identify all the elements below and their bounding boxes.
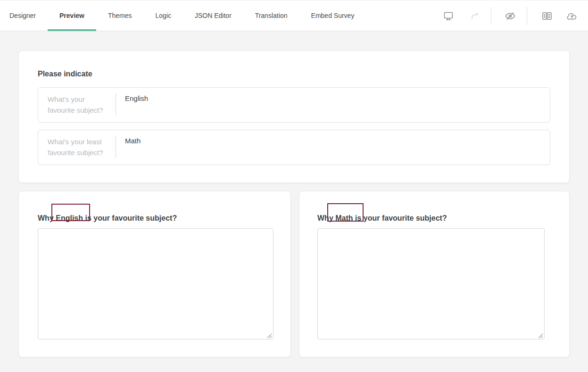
panel-why-math: Why Math is your favourite subject?: [299, 191, 570, 357]
panel-why-english: Why English is your favourite subject?: [18, 191, 291, 357]
hide-invisible-elements-icon[interactable]: [505, 10, 516, 22]
resize-grip-icon[interactable]: [266, 332, 272, 338]
tab-json-editor[interactable]: JSON Editor: [183, 0, 243, 31]
question-label: What's your least favourite subject?: [38, 130, 116, 165]
panel-please-indicate: Please indicate What's your favourite su…: [18, 50, 570, 183]
question-title: Why Math is your favourite subject?: [317, 210, 551, 223]
tab-translation[interactable]: Translation: [243, 0, 299, 31]
question-title: Why English is your favourite subject?: [38, 210, 272, 223]
preview-toolbar: [443, 0, 578, 32]
question-label: What's your favourite subject?: [38, 88, 116, 122]
resize-grip-icon[interactable]: [538, 332, 543, 338]
device-preview-icon[interactable]: [443, 10, 454, 22]
upload-icon[interactable]: [566, 10, 578, 22]
creator-tab-bar: Designer Preview Themes Logic JSON Edito…: [0, 0, 588, 31]
question-row-favourite-subject[interactable]: What's your favourite subject? English: [38, 87, 550, 123]
why-english-textarea[interactable]: [38, 228, 273, 339]
question-answer: Math: [116, 130, 550, 165]
tab-designer[interactable]: Designer: [0, 0, 48, 31]
toolbar-divider: [491, 7, 491, 25]
toolbar-divider: [527, 7, 527, 25]
tab-logic[interactable]: Logic: [144, 0, 183, 31]
tab-themes[interactable]: Themes: [96, 0, 144, 31]
tab-embed-survey[interactable]: Embed Survey: [299, 0, 366, 31]
question-answer: English: [116, 88, 550, 122]
tab-preview[interactable]: Preview: [48, 0, 96, 31]
redo-icon: [470, 10, 481, 22]
question-row-least-favourite-subject[interactable]: What's your least favourite subject? Mat…: [38, 130, 550, 165]
tab-list: Designer Preview Themes Logic JSON Edito…: [0, 0, 366, 31]
panel-title: Please indicate: [38, 70, 550, 78]
why-math-textarea[interactable]: [317, 228, 545, 339]
table-of-contents-icon[interactable]: [541, 10, 553, 22]
